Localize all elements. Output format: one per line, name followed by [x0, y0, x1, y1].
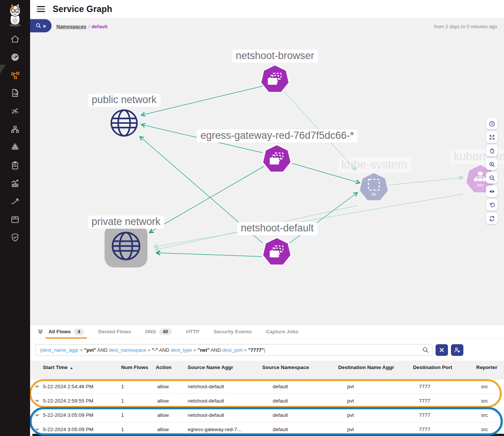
visibility-button[interactable] [486, 185, 498, 197]
sidebar-item-service-graph[interactable] [0, 68, 30, 83]
refresh-icon [489, 215, 495, 222]
sidebar-item-packages[interactable] [0, 212, 30, 227]
node-kube-system[interactable]: ns [360, 173, 388, 202]
graph-search-toggle[interactable]: » [30, 19, 52, 32]
cell-destination-name-aggr: pvt [338, 384, 413, 389]
cell-destination-name-aggr: pvt [338, 412, 413, 418]
pan-button[interactable] [486, 145, 498, 156]
expand-row-chevron-icon[interactable] [30, 384, 43, 389]
column-header-action[interactable]: Action [156, 365, 188, 371]
user-settings-button[interactable] [451, 344, 463, 356]
breadcrumb-namespaces-link[interactable]: Namespaces [56, 24, 87, 29]
calico-cat-logo[interactable] [4, 3, 26, 27]
cell-reporter: src [476, 427, 504, 432]
expand-row-chevron-icon[interactable] [30, 427, 43, 432]
replicaset-icon [267, 73, 283, 86]
expand-row-chevron-icon[interactable] [30, 413, 43, 418]
column-header-num-flows[interactable]: Num Flows [121, 365, 156, 371]
tab-all-flows[interactable]: All Flows4 [48, 325, 85, 339]
query-op: = [192, 347, 197, 353]
query-keyword: AND [209, 347, 222, 353]
gauge-icon [10, 52, 20, 62]
query-op: = [79, 347, 84, 353]
tab-capture-jobs[interactable]: Capture Jobs [265, 325, 299, 339]
fit-to-screen-button[interactable] [486, 131, 498, 143]
sidebar-item-trends[interactable] [0, 194, 30, 209]
cell-action: allow [156, 398, 188, 404]
flow-row[interactable]: 5-22-2024 3:05:09 PM1allownetshoot-defau… [30, 408, 504, 422]
time-range-label: from 2 days to 0 minutes ago [434, 24, 497, 29]
cell-reporter: src [476, 398, 504, 404]
refresh-button[interactable] [486, 213, 498, 224]
collapse-panel-button[interactable] [36, 327, 45, 336]
query-value: "net" [197, 347, 209, 353]
package-box-icon [10, 214, 20, 224]
sidebar-item-endpoints[interactable] [0, 103, 30, 118]
policy-edit-icon [10, 88, 20, 98]
node-private-network[interactable] [105, 225, 147, 267]
tab-dns[interactable]: DNS40 [144, 325, 172, 339]
tab-badge: 4 [74, 328, 84, 335]
undo-button[interactable] [486, 199, 498, 211]
sidebar-item-statistics[interactable] [0, 176, 30, 191]
column-header-reporter[interactable]: Reporter [476, 365, 504, 371]
flows-table-header: Start Time▲Num FlowsActionSource Name Ag… [30, 361, 504, 380]
zoom-out-button[interactable] [486, 172, 498, 184]
flow-row[interactable]: 5-22-2024 2:59:55 PM1allownetshoot-defau… [30, 393, 504, 408]
zoom-out-icon [489, 175, 495, 181]
filter-query-input[interactable]: (dest_name_aggr = "pvt" AND dest_namespa… [35, 344, 433, 356]
flow-row[interactable]: 5-22-2024 2:54:46 PM1allownetshoot-defau… [30, 380, 504, 393]
clear-filter-button[interactable] [436, 344, 448, 356]
menu-toggle-button[interactable] [37, 6, 45, 12]
service-graph-canvas[interactable]: kube-system kubernetes [30, 18, 504, 324]
app-root: Service Graph [0, 0, 504, 436]
cell-source-namespace: default [262, 384, 338, 389]
cell-source-namespace: default [262, 427, 338, 432]
query-field: dest_namespace [109, 347, 146, 353]
tab-denied-flows[interactable]: Denied Flows [97, 325, 132, 339]
search-icon [36, 23, 41, 29]
double-chevron-down-icon [38, 329, 43, 334]
query-field: dest_name_aggr [42, 347, 79, 353]
tab-security-events[interactable]: Security Events [213, 325, 252, 339]
node-label-private-network: private network [88, 216, 164, 229]
sidebar-item-policies[interactable] [0, 85, 30, 100]
flows-tabs: All Flows4Denied FlowsDNS40HTTPSecurity … [48, 325, 299, 339]
query-field: dest_port [222, 347, 243, 353]
expand-row-chevron-icon[interactable] [30, 398, 43, 403]
query-keyword: AND [96, 347, 109, 353]
node-netshoot-browser[interactable] [260, 64, 290, 94]
expand-icon [489, 134, 495, 141]
endpoints-icon [10, 106, 20, 116]
horizontal-scrollbar[interactable] [32, 434, 504, 436]
column-header-source-namespace[interactable]: Source Namespace [262, 365, 338, 371]
node-label-egress-gateway: egress-gateway-red-76d7f5dc66-* [197, 129, 358, 143]
column-header-source-name-aggr[interactable]: Source Name Aggr [188, 365, 262, 371]
sidebar-item-compliance[interactable] [0, 158, 30, 173]
query-keyword: AND [158, 347, 171, 353]
sidebar-item-clusters[interactable] [0, 140, 30, 155]
query-value: "7777" [248, 347, 264, 353]
tab-label: Security Events [214, 329, 252, 334]
sidebar-item-home[interactable] [0, 32, 30, 47]
node-egress-gateway[interactable] [262, 144, 292, 174]
column-header-destination-port[interactable]: Destination Port [413, 365, 476, 371]
zoom-in-button[interactable] [486, 158, 498, 170]
tab-http[interactable]: HTTP [185, 325, 200, 339]
sidebar [0, 0, 30, 436]
eye-icon [489, 188, 495, 195]
query-value: "-" [152, 347, 158, 353]
node-netshoot-default[interactable] [262, 237, 292, 267]
sidebar-item-dashboard[interactable] [0, 50, 30, 65]
sidebar-item-network[interactable] [0, 122, 30, 137]
sidebar-item-security[interactable] [0, 230, 30, 245]
cell-num-flows: 1 [121, 412, 156, 418]
query-search-icon[interactable] [422, 347, 429, 354]
node-public-network[interactable] [109, 108, 139, 139]
column-header-destination-name-aggr[interactable]: Destination Name Aggr [338, 365, 413, 371]
time-button[interactable] [486, 118, 498, 129]
sort-asc-icon: ▲ [70, 366, 73, 370]
expand-chevrons: » [43, 23, 46, 29]
column-header-start-time[interactable]: Start Time▲ [43, 365, 121, 371]
node-label-netshoot-default: netshoot-default [237, 222, 317, 235]
